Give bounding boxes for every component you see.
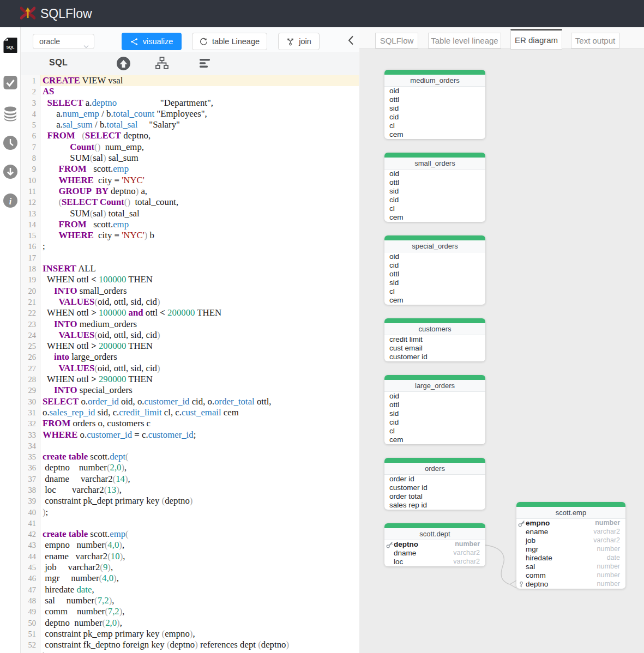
code-line[interactable]: 24 VALUES(oid, ottl, sid, cid) <box>21 330 359 341</box>
tab-table-level-lineage[interactable]: Table level lineage <box>428 33 501 49</box>
sqlflow-app: SQLFlow SQLi oracle visualize tabl <box>0 0 644 653</box>
code-text: create table scott.emp( <box>40 529 359 540</box>
code-line[interactable]: 12 (SELECT Count() total_count, <box>21 197 359 208</box>
code-line[interactable]: 49 comm number(7,2), <box>21 606 359 617</box>
code-line[interactable]: 21 VALUES(oid, ottl, sid, cid) <box>21 297 359 307</box>
code-text: into large_orders <box>40 352 359 362</box>
upload-circle-icon[interactable] <box>116 56 131 73</box>
code-line[interactable]: 51 constraint pk_emp primary key (empno)… <box>21 628 359 639</box>
code-line[interactable]: 52 constraint fk_deptno foreign key (dep… <box>21 639 359 650</box>
code-line[interactable]: 46 mgr number(4,0), <box>21 573 359 584</box>
code-line[interactable]: 4 a.num_emp / b.total_count "Employees", <box>21 108 359 119</box>
code-line[interactable]: 42create table scott.emp( <box>21 529 359 540</box>
code-line[interactable]: 19 WHEN ottl < 100000 THEN <box>21 274 359 285</box>
code-line[interactable]: 36 deptno number(2,0), <box>21 462 359 473</box>
code-line[interactable]: 2AS <box>21 86 359 97</box>
code-line[interactable]: 20 INTO small_orders <box>21 286 359 297</box>
tab-er-diagram[interactable]: ER diagram <box>510 29 562 50</box>
sql-mode-label[interactable]: SQL <box>49 58 68 68</box>
er-column-type: number <box>597 571 620 580</box>
download-circle-icon[interactable] <box>3 164 18 182</box>
tab-sqlflow[interactable]: SQLFlow <box>375 33 418 49</box>
er-table-customers[interactable]: customerscredit limitcust emailcustomer … <box>384 318 485 361</box>
code-text: WHEN ottl < 100000 THEN <box>40 274 359 285</box>
code-line[interactable]: 35create table scott.dept( <box>21 451 359 462</box>
tab-text-output[interactable]: Text output <box>571 33 619 49</box>
code-line[interactable]: 32FROM orders o, customers c <box>21 418 359 429</box>
line-number: 25 <box>21 341 40 352</box>
code-line[interactable]: 10 WHERE city = 'NYC' <box>21 175 359 186</box>
code-line[interactable]: 45 job varchar2(9), <box>21 562 359 573</box>
code-line[interactable]: 53); <box>21 650 359 653</box>
code-line[interactable]: 17 <box>21 252 359 263</box>
collapse-panel-chevron[interactable] <box>348 35 354 47</box>
code-line[interactable]: 13 SUM(sal) total_sal <box>21 208 359 219</box>
code-line[interactable]: 39 constraint pk_dept primary key (deptn… <box>21 495 359 506</box>
er-table-scott.emp[interactable]: scott.empempnonumberenamevarchar2jobvarc… <box>516 502 625 589</box>
code-line[interactable]: 26 into large_orders <box>21 352 359 362</box>
check-square-icon[interactable] <box>3 75 17 92</box>
code-line[interactable]: 15 WHERE city = 'NYC') b <box>21 230 359 241</box>
code-line[interactable]: 34 <box>21 440 359 451</box>
visualize-button[interactable]: visualize <box>122 33 182 50</box>
join-button[interactable]: join <box>278 33 320 50</box>
er-table-scott.dept[interactable]: scott.deptdeptnonumberdnamevarchar2locva… <box>384 523 485 566</box>
hierarchy-icon[interactable] <box>155 56 169 72</box>
code-line[interactable]: 50 deptno number(2,0), <box>21 618 359 628</box>
code-text: INTO special_orders <box>40 385 359 396</box>
er-table-small_orders[interactable]: small_ordersoidottlsidcidclcem <box>384 153 485 222</box>
code-line[interactable]: 1CREATE VIEW vsal <box>21 75 359 86</box>
code-line[interactable]: 44 ename varchar2(10), <box>21 551 359 562</box>
er-column-row: cl <box>384 427 485 436</box>
code-line[interactable]: 48 sal number(7,2), <box>21 595 359 606</box>
code-line[interactable]: 28 WHEN ottl > 290000 THEN <box>21 374 359 385</box>
code-line[interactable]: 18INSERT ALL <box>21 263 359 274</box>
code-line[interactable]: 25 WHEN ottl > 200000 THEN <box>21 341 359 352</box>
code-line[interactable]: 40); <box>21 507 359 518</box>
code-line[interactable]: 3 SELECT a.deptno "Department", <box>21 98 359 108</box>
er-table-medium_orders[interactable]: medium_ordersoidottlsidcidclcem <box>384 70 485 139</box>
sql-document-icon[interactable]: SQL <box>3 37 17 56</box>
code-text: WHEN ottl > 200000 THEN <box>40 341 359 352</box>
line-number: 36 <box>21 462 40 473</box>
code-line[interactable]: 6 FROM (SELECT deptno, <box>21 130 359 141</box>
er-column-row: enamevarchar2 <box>516 528 625 536</box>
er-column-name: cl <box>389 122 395 130</box>
code-line[interactable]: 27 VALUES(oid, ottl, sid, cid) <box>21 363 359 374</box>
code-line[interactable]: 16; <box>21 241 359 252</box>
code-line[interactable]: 47 hiredate date, <box>21 584 359 595</box>
list-lines-icon[interactable] <box>199 58 211 71</box>
code-line[interactable]: 33WHERE o.customer_id = c.customer_id; <box>21 430 359 440</box>
table-lineage-button[interactable]: table Lineage <box>192 33 267 50</box>
database-icon[interactable] <box>3 106 18 124</box>
er-table-special_orders[interactable]: special_ordersoidcidottlsidclcem <box>384 235 485 305</box>
info-circle-icon[interactable]: i <box>3 193 18 210</box>
code-line[interactable]: 14 FROM scott.emp <box>21 219 359 230</box>
app-title: SQLFlow <box>40 7 92 21</box>
er-column-name: cem <box>389 130 404 139</box>
er-column-name: deptno <box>526 580 548 589</box>
code-line[interactable]: 7 Count() num_emp, <box>21 142 359 153</box>
code-line[interactable]: 31o.sales_rep_id sid, c.credit_limit cl,… <box>21 407 359 418</box>
sql-editor[interactable]: 1CREATE VIEW vsal2AS3 SELECT a.deptno "D… <box>21 75 359 653</box>
code-line[interactable]: 8 SUM(sal) sal_sum <box>21 153 359 164</box>
er-column-name: cl <box>389 204 395 213</box>
brand[interactable]: SQLFlow <box>20 4 92 23</box>
er-table-large_orders[interactable]: large_ordersoidottlsidcidclcem <box>384 375 485 444</box>
code-line[interactable]: 41 <box>21 518 359 529</box>
code-line[interactable]: 11 GROUP BY deptno) a, <box>21 186 359 197</box>
code-line[interactable]: 38 loc varchar2(13), <box>21 485 359 495</box>
code-line[interactable]: 37 dname varchar2(14), <box>21 474 359 485</box>
code-text: ename varchar2(10), <box>40 551 359 562</box>
history-clock-icon[interactable] <box>3 135 18 153</box>
db-type-select[interactable]: oracle <box>33 34 94 49</box>
code-line[interactable]: 30SELECT o.order_id oid, o.customer_id c… <box>21 396 359 407</box>
code-line[interactable]: 29 INTO special_orders <box>21 385 359 396</box>
code-line[interactable]: 9 FROM scott.emp <box>21 164 359 174</box>
code-line[interactable]: 43 empno number(4,0), <box>21 540 359 551</box>
code-line[interactable]: 5 a.sal_sum / b.total_sal "Salary" <box>21 119 359 130</box>
er-table-orders[interactable]: ordersorder idcustomer idorder totalsale… <box>384 458 485 510</box>
code-line[interactable]: 22 WHEN ottl > 100000 and ottl < 200000 … <box>21 307 359 318</box>
code-line[interactable]: 23 INTO medium_orders <box>21 319 359 330</box>
er-column-name: credit limit <box>389 335 423 344</box>
